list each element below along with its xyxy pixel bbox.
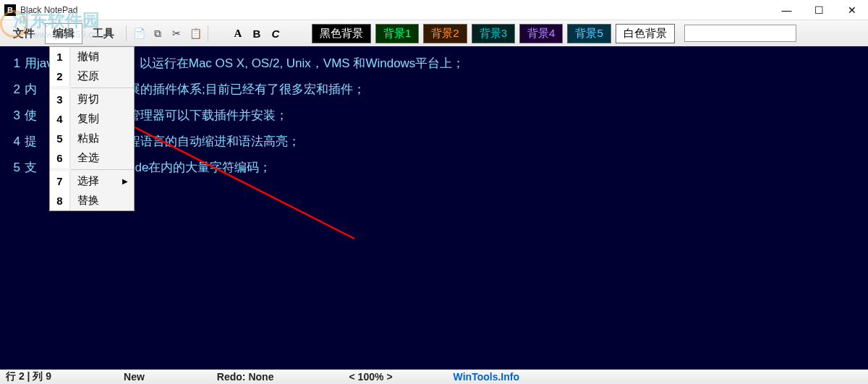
app-icon: B xyxy=(4,4,16,16)
bg-black-button[interactable]: 黑色背景 xyxy=(312,24,371,43)
dropdown-paste[interactable]: 5 粘贴 xyxy=(50,129,134,148)
format-a-button[interactable]: A xyxy=(230,27,246,40)
status-position: 行 2 | 列 9 xyxy=(6,370,51,383)
bg-4-button[interactable]: 背景4 xyxy=(519,24,563,43)
editor-line: 1 用jav 以运行在Mac OS X, OS/2, Unix，VMS 和Win… xyxy=(7,51,868,77)
status-link[interactable]: WinTools.Info xyxy=(454,371,519,383)
dropdown-redo[interactable]: 2 还原 xyxy=(50,67,134,86)
dropdown-cut[interactable]: 3 剪切 xyxy=(50,90,134,109)
cut-icon[interactable]: ✂ xyxy=(169,25,184,41)
close-button[interactable]: ✕ xyxy=(835,0,868,20)
editor-line: 2 内 展的插件体系;目前已经有了很多宏和插件； xyxy=(7,77,868,103)
window-titlebar: B Black NotePad ― ☐ ✕ xyxy=(0,0,868,20)
statusbar: 行 2 | 列 9 New Redo: None < 100% > WinToo… xyxy=(0,370,868,384)
menu-file[interactable]: 文件 xyxy=(6,24,42,43)
edit-dropdown: 1 撤销 2 还原 3 剪切 4 复制 5 粘贴 6 全选 7 选择 ▶ 8 替… xyxy=(49,46,135,211)
bg-white-button[interactable]: 白色背景 xyxy=(616,24,675,43)
dropdown-undo[interactable]: 1 撤销 xyxy=(50,47,134,67)
editor-line: 3 使 管理器可以下载插件并安装； xyxy=(7,103,868,129)
bg-5-button[interactable]: 背景5 xyxy=(567,24,610,43)
format-c-button[interactable]: C xyxy=(268,27,284,40)
status-file: New xyxy=(124,371,145,383)
toolbar: 文件 编辑 工具 📄 ⧉ ✂ 📋 A B C 黑色背景 背景1 背景2 背景3 … xyxy=(0,20,868,46)
zoom-out-button[interactable]: < xyxy=(346,371,357,383)
editor-line: 4 提 程语言的自动缩进和语法高亮； xyxy=(7,129,868,155)
dropdown-copy[interactable]: 4 复制 xyxy=(50,109,134,129)
bg-3-button[interactable]: 背景3 xyxy=(472,24,515,43)
bg-1-button[interactable]: 背景1 xyxy=(375,24,419,43)
bg-2-button[interactable]: 背景2 xyxy=(423,24,467,43)
format-b-button[interactable]: B xyxy=(249,27,265,40)
window-title: Black NotePad xyxy=(20,5,770,15)
copy-icon[interactable]: ⧉ xyxy=(150,25,166,41)
dropdown-selectall[interactable]: 6 全选 xyxy=(50,148,134,168)
paste-icon[interactable]: 📋 xyxy=(187,25,203,41)
dropdown-replace[interactable]: 8 替换 xyxy=(50,191,134,210)
minimize-button[interactable]: ― xyxy=(770,0,803,20)
status-redo: Redo: None xyxy=(217,371,274,383)
menu-edit[interactable]: 编辑 xyxy=(45,23,82,44)
maximize-button[interactable]: ☐ xyxy=(803,0,835,20)
zoom-in-button[interactable]: > xyxy=(383,371,395,383)
editor-line: 5 支 ode在内的大量字符编码； xyxy=(7,155,868,181)
menu-tools[interactable]: 工具 xyxy=(85,24,122,43)
new-icon[interactable]: 📄 xyxy=(131,25,147,41)
search-input[interactable] xyxy=(684,25,796,42)
chevron-right-icon: ▶ xyxy=(122,177,128,185)
zoom-level: 100% xyxy=(358,371,384,383)
dropdown-select[interactable]: 7 选择 ▶ xyxy=(50,171,134,191)
